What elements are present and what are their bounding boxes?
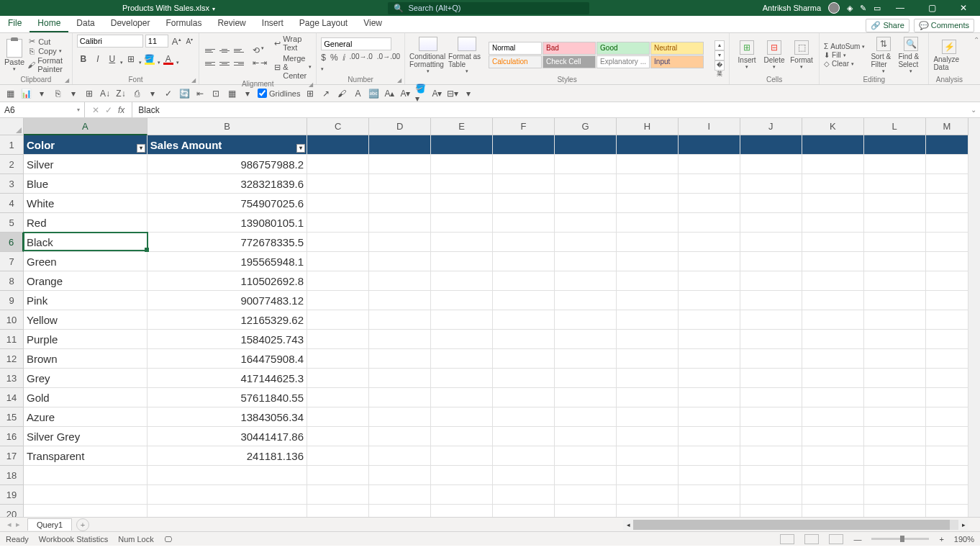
- cell-A2[interactable]: Silver: [24, 155, 148, 174]
- paste-button[interactable]: Paste▾: [4, 39, 24, 72]
- cell-F12[interactable]: [493, 349, 555, 369]
- qat-icon[interactable]: Z↓: [115, 88, 127, 99]
- cell-G6[interactable]: [555, 233, 617, 252]
- zoom-in-button[interactable]: +: [939, 535, 943, 544]
- cell-E20[interactable]: [431, 505, 493, 517]
- qat-icon[interactable]: 🪣▾: [415, 88, 427, 99]
- cell-H3[interactable]: [617, 174, 679, 194]
- cell-B8[interactable]: 110502692.8: [148, 271, 307, 291]
- qat-icon[interactable]: ⊡: [210, 88, 222, 99]
- cell-A3[interactable]: Blue: [24, 174, 148, 194]
- cell-A12[interactable]: Brown: [24, 349, 148, 369]
- cell-I6[interactable]: [679, 233, 740, 252]
- cell-F4[interactable]: [493, 194, 555, 213]
- cell-A4[interactable]: White: [24, 194, 148, 213]
- cell-D3[interactable]: [369, 174, 431, 194]
- cell-J14[interactable]: [740, 388, 802, 407]
- style-input[interactable]: Input: [650, 55, 704, 68]
- cell-H17[interactable]: [617, 446, 679, 466]
- cell-I7[interactable]: [679, 252, 740, 271]
- username[interactable]: Antriksh Sharma: [763, 4, 821, 12]
- cell-E18[interactable]: [431, 466, 493, 485]
- cell-M8[interactable]: [926, 271, 968, 291]
- row-header-2[interactable]: 2: [0, 155, 24, 174]
- cell-D18[interactable]: [369, 466, 431, 485]
- select-all-corner[interactable]: [0, 118, 24, 135]
- cell-C20[interactable]: [307, 505, 369, 517]
- zoom-level[interactable]: 190%: [954, 535, 974, 544]
- col-header-K[interactable]: K: [802, 118, 864, 135]
- cell-K20[interactable]: [802, 505, 864, 517]
- fill-button[interactable]: ⬇Fill ▾: [824, 51, 865, 59]
- col-header-C[interactable]: C: [307, 118, 369, 135]
- qat-icon[interactable]: ▦: [226, 88, 237, 99]
- cell-K3[interactable]: [802, 174, 864, 194]
- gridlines-toggle[interactable]: Gridlines: [258, 89, 300, 98]
- orientation-button[interactable]: ⟲: [253, 45, 260, 57]
- cell-C1[interactable]: [307, 135, 369, 155]
- cell-L3[interactable]: [864, 174, 926, 194]
- gallery-more-button[interactable]: �菜: [714, 60, 725, 71]
- row-header-12[interactable]: 12: [0, 349, 24, 369]
- cell-C7[interactable]: [307, 252, 369, 271]
- cell-C13[interactable]: [307, 369, 369, 388]
- cell-I14[interactable]: [679, 388, 740, 407]
- page-layout-view-button[interactable]: [804, 534, 819, 544]
- cell-C18[interactable]: [307, 466, 369, 485]
- cell-D15[interactable]: [369, 407, 431, 427]
- cell-K6[interactable]: [802, 233, 864, 252]
- cell-D4[interactable]: [369, 194, 431, 213]
- font-name-select[interactable]: [77, 35, 143, 48]
- delete-cells-button[interactable]: ⊟Delete▾: [761, 40, 787, 70]
- row-header-15[interactable]: 15: [0, 407, 24, 427]
- cell-I9[interactable]: [679, 291, 740, 310]
- cell-M9[interactable]: [926, 291, 968, 310]
- align-top-button[interactable]: [204, 45, 217, 57]
- row-header-14[interactable]: 14: [0, 388, 24, 407]
- cell-C10[interactable]: [307, 310, 369, 330]
- cell-B19[interactable]: [148, 485, 307, 505]
- border-button[interactable]: ⊞: [124, 53, 137, 66]
- cell-L19[interactable]: [864, 485, 926, 505]
- cell-J16[interactable]: [740, 427, 802, 446]
- align-bottom-button[interactable]: [232, 45, 245, 57]
- cut-button[interactable]: ✂Cut: [27, 37, 68, 46]
- qat-icon[interactable]: ↗: [320, 88, 332, 99]
- col-header-F[interactable]: F: [493, 118, 555, 135]
- row-header-5[interactable]: 5: [0, 213, 24, 233]
- sheet-tab[interactable]: Query1: [27, 518, 72, 531]
- cell-M20[interactable]: [926, 505, 968, 517]
- cell-M10[interactable]: [926, 310, 968, 330]
- cell-I20[interactable]: [679, 505, 740, 517]
- cell-B4[interactable]: 754907025.6: [148, 194, 307, 213]
- cancel-formula-button[interactable]: ✕: [92, 105, 99, 115]
- increase-indent-button[interactable]: ⇥: [260, 58, 267, 70]
- cell-K16[interactable]: [802, 427, 864, 446]
- cell-H7[interactable]: [617, 252, 679, 271]
- cell-F20[interactable]: [493, 505, 555, 517]
- cell-D16[interactable]: [369, 427, 431, 446]
- cell-M1[interactable]: [926, 135, 968, 155]
- find-select-button[interactable]: 🔍Find & Select▾: [898, 37, 924, 74]
- cell-F8[interactable]: [493, 271, 555, 291]
- insert-cells-button[interactable]: ⊞Insert▾: [734, 40, 760, 70]
- col-header-I[interactable]: I: [679, 118, 740, 135]
- qat-icon[interactable]: ▾: [463, 88, 474, 99]
- cell-A18[interactable]: [24, 466, 148, 485]
- row-header-16[interactable]: 16: [0, 427, 24, 446]
- cell-J10[interactable]: [740, 310, 802, 330]
- cell-J18[interactable]: [740, 466, 802, 485]
- close-button[interactable]: ✕: [951, 3, 976, 13]
- cell-L2[interactable]: [864, 155, 926, 174]
- cell-M4[interactable]: [926, 194, 968, 213]
- cell-L18[interactable]: [864, 466, 926, 485]
- cell-E13[interactable]: [431, 369, 493, 388]
- cell-G18[interactable]: [555, 466, 617, 485]
- fill-color-button[interactable]: 🪣: [143, 53, 156, 66]
- tab-data[interactable]: Data: [68, 16, 102, 32]
- cell-B20[interactable]: [148, 505, 307, 517]
- cell-G13[interactable]: [555, 369, 617, 388]
- cell-I15[interactable]: [679, 407, 740, 427]
- cell-E12[interactable]: [431, 349, 493, 369]
- qat-icon[interactable]: ⎘: [52, 88, 63, 99]
